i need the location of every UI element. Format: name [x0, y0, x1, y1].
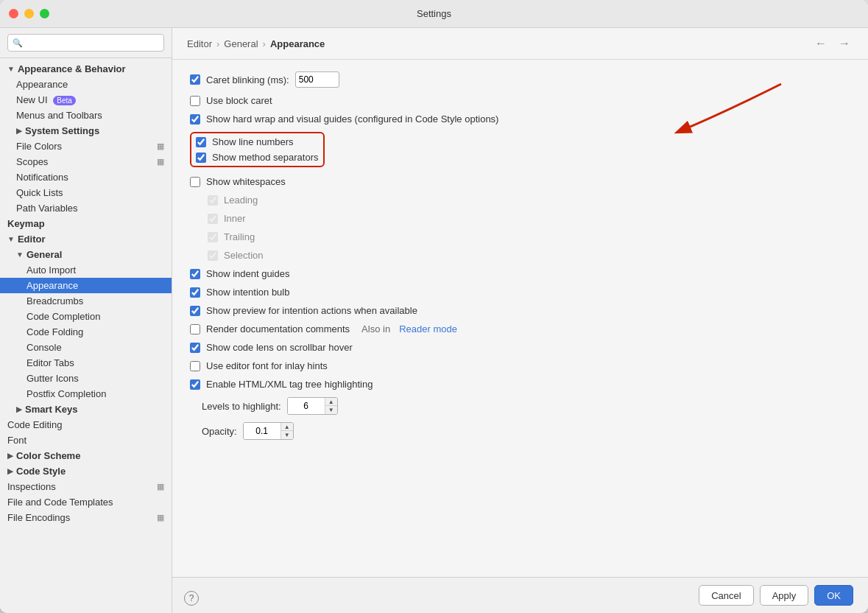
- settings-icon: ▦: [157, 141, 164, 151]
- selection-checkbox[interactable]: [208, 251, 218, 261]
- levels-highlight-row: Levels to highlight: ▲ ▼: [202, 397, 850, 415]
- sidebar-item-label: Appearance & Behavior: [18, 63, 126, 74]
- reader-mode-link[interactable]: Reader mode: [399, 323, 457, 334]
- sidebar-tree: ▼ Appearance & Behavior Appearance New U…: [0, 58, 172, 613]
- window-title: Settings: [417, 8, 451, 19]
- show-intention-bulb-checkbox[interactable]: [190, 287, 200, 298]
- opacity-input[interactable]: [244, 423, 280, 439]
- sidebar-item-general[interactable]: ▼ General: [0, 247, 172, 262]
- use-editor-font-label: Use editor font for inlay hints: [206, 360, 328, 371]
- sidebar-item-file-encodings[interactable]: File Encodings ▦: [0, 510, 172, 525]
- sidebar-item-appearance-behavior[interactable]: ▼ Appearance & Behavior: [0, 61, 172, 77]
- ok-button[interactable]: OK: [814, 585, 853, 606]
- show-preview-intention-checkbox[interactable]: [190, 306, 200, 316]
- render-doc-checkbox[interactable]: [190, 324, 200, 334]
- beta-badge: Beta: [53, 96, 76, 105]
- sidebar-item-path-variables[interactable]: Path Variables: [0, 200, 172, 216]
- opacity-row: Opacity: ▲ ▼: [202, 422, 850, 440]
- show-method-separators-checkbox[interactable]: [196, 153, 206, 163]
- sidebar-item-console[interactable]: Console: [0, 340, 172, 355]
- sidebar-item-file-colors[interactable]: File Colors ▦: [0, 139, 172, 154]
- sidebar-item-new-ui[interactable]: New UI Beta: [0, 92, 172, 108]
- caret-blinking-input[interactable]: [295, 71, 339, 88]
- use-block-caret-row: Use block caret: [190, 95, 850, 106]
- levels-up[interactable]: ▲: [325, 398, 337, 406]
- show-method-separators-label: Show method separators: [212, 152, 319, 163]
- show-intention-bulb-row: Show intention bulb: [190, 287, 850, 298]
- sidebar-item-scopes[interactable]: Scopes ▦: [0, 154, 172, 169]
- sidebar-item-auto-import[interactable]: Auto Import: [0, 262, 172, 278]
- apply-button[interactable]: Apply: [760, 585, 809, 606]
- render-doc-comments-row: Render documentation comments Also in Re…: [190, 323, 850, 334]
- sidebar-item-editor[interactable]: ▼ Editor: [0, 231, 172, 247]
- levels-down[interactable]: ▼: [325, 406, 337, 414]
- sidebar-item-appearance-active[interactable]: Appearance: [0, 278, 172, 293]
- sidebar-item-color-scheme[interactable]: ▶ Color Scheme: [0, 448, 172, 463]
- sidebar-item-quick-lists[interactable]: Quick Lists: [0, 185, 172, 200]
- enable-html-xml-checkbox[interactable]: [190, 379, 200, 390]
- minimize-button[interactable]: [24, 9, 34, 18]
- levels-input[interactable]: [288, 398, 325, 414]
- sidebar-item-editor-tabs[interactable]: Editor Tabs: [0, 355, 172, 371]
- close-button[interactable]: [9, 9, 18, 18]
- show-line-numbers-label: Show line numbers: [212, 136, 294, 147]
- opacity-down[interactable]: ▼: [281, 431, 293, 439]
- sidebar-item-code-completion[interactable]: Code Completion: [0, 309, 172, 324]
- sidebar-item-gutter-icons[interactable]: Gutter Icons: [0, 371, 172, 386]
- search-input[interactable]: [7, 34, 164, 52]
- search-box: 🔍: [0, 28, 172, 58]
- trailing-checkbox[interactable]: [208, 232, 218, 242]
- sidebar-item-notifications[interactable]: Notifications: [0, 169, 172, 185]
- breadcrumb-current: Appearance: [270, 38, 325, 49]
- cancel-button[interactable]: Cancel: [699, 585, 753, 606]
- inner-label: Inner: [224, 213, 246, 224]
- main-content: 🔍 ▼ Appearance & Behavior Appearance New…: [0, 28, 868, 613]
- sidebar-item-menus-toolbars[interactable]: Menus and Toolbars: [0, 108, 172, 123]
- leading-checkbox[interactable]: [208, 195, 218, 206]
- sidebar-item-system-settings[interactable]: ▶ System Settings: [0, 123, 172, 139]
- sidebar-item-font[interactable]: Font: [0, 432, 172, 448]
- sidebar-item-code-editing[interactable]: Code Editing: [0, 417, 172, 432]
- show-intention-bulb-label: Show intention bulb: [206, 287, 289, 298]
- sidebar-item-postfix-completion[interactable]: Postfix Completion: [0, 386, 172, 402]
- breadcrumb: Editor › General › Appearance: [187, 38, 325, 49]
- back-arrow[interactable]: ←: [812, 35, 830, 52]
- show-method-separators-row: Show method separators: [196, 152, 319, 163]
- show-preview-intention-row: Show preview for intention actions when …: [190, 305, 850, 316]
- use-editor-font-row: Use editor font for inlay hints: [190, 360, 850, 371]
- show-code-lens-checkbox[interactable]: [190, 343, 200, 353]
- leading-label: Leading: [224, 195, 258, 206]
- right-panel: Editor › General › Appearance ← → Caret …: [172, 28, 868, 613]
- sidebar-item-inspections[interactable]: Inspections ▦: [0, 479, 172, 494]
- show-hard-wrap-checkbox[interactable]: [190, 114, 200, 125]
- show-code-lens-label: Show code lens on scrollbar hover: [206, 342, 353, 353]
- window-controls: [9, 9, 49, 18]
- use-block-caret-checkbox[interactable]: [190, 96, 200, 106]
- show-line-numbers-checkbox[interactable]: [196, 137, 206, 147]
- expand-icon: ▶: [7, 467, 13, 475]
- expand-icon: ▶: [7, 452, 13, 460]
- sidebar-item-breadcrumbs[interactable]: Breadcrumbs: [0, 293, 172, 309]
- maximize-button[interactable]: [40, 9, 49, 18]
- leading-row: Leading: [190, 195, 850, 206]
- caret-blinking-row: Caret blinking (ms):: [190, 71, 850, 88]
- settings-icon: ▦: [157, 513, 164, 522]
- inner-checkbox[interactable]: [208, 214, 218, 224]
- sidebar-item-code-folding[interactable]: Code Folding: [0, 324, 172, 340]
- sidebar-item-file-code-templates[interactable]: File and Code Templates: [0, 494, 172, 510]
- sidebar-item-keymap[interactable]: Keymap: [0, 216, 172, 231]
- forward-arrow[interactable]: →: [836, 35, 853, 52]
- help-button[interactable]: ?: [184, 591, 199, 606]
- show-hard-wrap-label: Show hard wrap and visual guides (config…: [206, 113, 498, 125]
- nav-arrows: ← →: [812, 35, 853, 52]
- show-whitespaces-checkbox[interactable]: [190, 177, 200, 187]
- sidebar-item-code-style[interactable]: ▶ Code Style: [0, 463, 172, 479]
- sidebar-item-smart-keys[interactable]: ▶ Smart Keys: [0, 402, 172, 417]
- sidebar-item-appearance[interactable]: Appearance: [0, 77, 172, 92]
- show-indent-guides-checkbox[interactable]: [190, 269, 200, 279]
- use-editor-font-checkbox[interactable]: [190, 361, 200, 371]
- caret-blinking-checkbox[interactable]: [190, 74, 200, 85]
- opacity-up[interactable]: ▲: [281, 423, 293, 431]
- trailing-label: Trailing: [224, 231, 255, 242]
- spinner-arrows: ▲ ▼: [280, 423, 293, 439]
